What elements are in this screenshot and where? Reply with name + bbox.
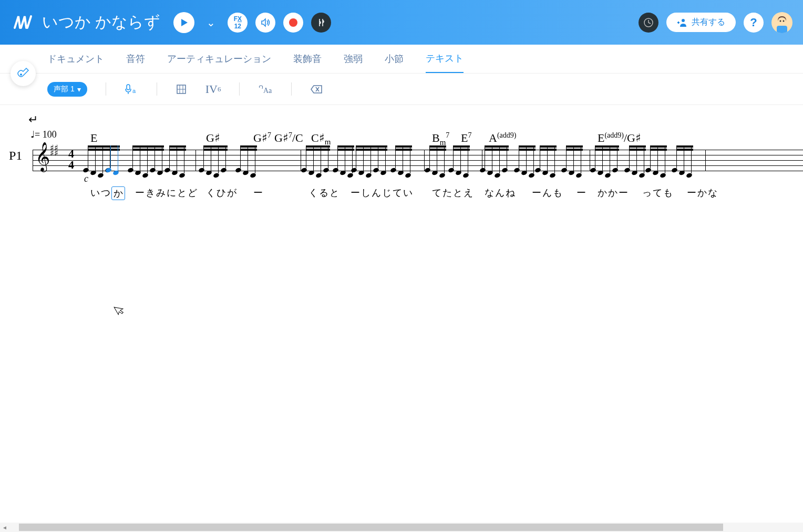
- lyric-syllable[interactable]: み: [156, 186, 166, 199]
- barline[interactable]: [33, 150, 33, 171]
- play-button[interactable]: [173, 12, 194, 33]
- lyric-syllable[interactable]: い: [90, 186, 100, 199]
- lyric-syllable[interactable]: か: [697, 186, 707, 199]
- lyric-syllable[interactable]: っ: [642, 186, 652, 199]
- lyric-syllable[interactable]: も: [663, 186, 673, 199]
- lyric-syllable[interactable]: ど: [188, 186, 197, 199]
- lyric-syllable[interactable]: ん: [372, 186, 381, 199]
- lyric-syllable[interactable]: と: [177, 186, 187, 199]
- lyric-syllable[interactable]: も: [553, 186, 562, 199]
- dynamic-marking[interactable]: c: [84, 173, 88, 184]
- lyric-syllable[interactable]: し: [361, 186, 370, 199]
- barline[interactable]: [590, 150, 590, 171]
- separator: [157, 82, 157, 96]
- record-button[interactable]: [283, 13, 303, 33]
- lyric-syllable[interactable]: が: [227, 186, 236, 199]
- lyric-syllable[interactable]: か: [608, 186, 617, 199]
- lyric-syllable[interactable]: か: [598, 186, 607, 199]
- tab-dynamics[interactable]: 強弱: [344, 45, 363, 72]
- lyric-syllable[interactable]: ー: [253, 186, 263, 199]
- audio-button[interactable]: [255, 13, 275, 33]
- scroll-thumb[interactable]: [19, 524, 723, 531]
- horizontal-scrollbar[interactable]: ◄: [0, 523, 803, 532]
- roman-numeral-tool[interactable]: IV6: [205, 82, 221, 96]
- part-label[interactable]: P1: [9, 149, 22, 163]
- lyric-syllable[interactable]: と: [453, 186, 462, 199]
- lyric-syllable[interactable]: た: [442, 186, 452, 199]
- barline[interactable]: [705, 150, 706, 171]
- lyric-syllable[interactable]: く: [206, 186, 215, 199]
- tab-document[interactable]: ドキュメント: [47, 45, 104, 72]
- score-canvas[interactable]: ↵ ♩= 100 P1 𝄞 ♯♯♯♯ 4 4 c EG♯G♯7G♯7/CC♯mB…: [0, 105, 803, 494]
- tempo-marking[interactable]: ♩= 100: [30, 129, 57, 140]
- tab-measure[interactable]: 小節: [385, 45, 404, 72]
- lyric-syllable[interactable]: ー: [687, 186, 696, 199]
- fx-button[interactable]: FX12: [228, 13, 248, 33]
- history-button[interactable]: [639, 13, 658, 33]
- chord-tool[interactable]: [176, 84, 187, 95]
- app-logo[interactable]: [11, 11, 34, 34]
- lyrics-tool[interactable]: a: [125, 84, 138, 95]
- lyric-syllable[interactable]: ー: [351, 186, 360, 199]
- svg-rect-8: [127, 85, 130, 90]
- svg-point-4: [780, 20, 781, 22]
- lyric-syllable[interactable]: く: [308, 186, 318, 199]
- chord-symbol[interactable]: Bm7: [432, 131, 449, 147]
- barline[interactable]: [424, 150, 425, 171]
- delete-tool[interactable]: [310, 84, 323, 95]
- user-avatar[interactable]: [771, 12, 792, 33]
- tuner-icon: [316, 17, 326, 28]
- lyric-syllable[interactable]: に: [167, 186, 176, 199]
- chord-symbol[interactable]: A(add9): [489, 131, 516, 145]
- play-dropdown[interactable]: ⌄: [207, 16, 215, 29]
- lyric-syllable[interactable]: ー: [532, 186, 541, 199]
- lyric-syllable[interactable]: な: [485, 186, 494, 199]
- lyric-syllable[interactable]: つ: [101, 186, 110, 199]
- lyric-syllable[interactable]: ね: [506, 186, 515, 199]
- instrument-button[interactable]: [11, 61, 36, 86]
- chord-symbol[interactable]: E: [90, 131, 97, 145]
- lyric-syllable[interactable]: て: [653, 186, 662, 199]
- svg-text:a: a: [132, 88, 136, 94]
- tab-note[interactable]: 音符: [126, 45, 145, 72]
- chord-symbol[interactable]: G♯7/C: [274, 131, 303, 145]
- tab-text[interactable]: テキスト: [426, 45, 464, 73]
- help-icon: ?: [750, 16, 757, 29]
- tab-articulation[interactable]: アーティキュレーション: [167, 45, 271, 72]
- lyric-syllable[interactable]: な: [708, 186, 717, 199]
- lyric-syllable[interactable]: て: [432, 186, 441, 199]
- lyric-syllable[interactable]: ー: [135, 186, 145, 199]
- chord-symbol[interactable]: E(add9)/G♯: [598, 131, 641, 145]
- lyric-syllable[interactable]: ん: [495, 186, 505, 199]
- text-style-tool[interactable]: Aa: [258, 84, 273, 95]
- lyric-syllable[interactable]: る: [319, 186, 328, 199]
- lyric-syllable[interactable]: じ: [382, 186, 392, 199]
- chord-symbol[interactable]: E7: [461, 131, 471, 145]
- scroll-left-arrow[interactable]: ◄: [0, 523, 9, 532]
- document-title[interactable]: いつか かならず: [42, 12, 160, 33]
- help-button[interactable]: ?: [744, 13, 764, 33]
- svg-point-5: [783, 20, 785, 22]
- lyric-syllable[interactable]: い: [403, 186, 413, 199]
- lyric-syllable[interactable]: と: [330, 186, 339, 199]
- lyric-syllable[interactable]: ひ: [217, 186, 226, 199]
- lyric-syllable[interactable]: ー: [576, 186, 586, 199]
- lyric-syllable[interactable]: え: [464, 186, 473, 199]
- chord-symbol[interactable]: G♯: [206, 131, 220, 145]
- barline[interactable]: [301, 150, 301, 171]
- add-person-icon: [677, 17, 687, 28]
- lyric-syllable[interactable]: て: [393, 186, 402, 199]
- share-button[interactable]: 共有する: [666, 13, 736, 32]
- lyric-syllable[interactable]: か: [111, 186, 125, 200]
- voice-selector[interactable]: 声部 1 ▾: [47, 82, 87, 97]
- record-icon: [289, 18, 297, 27]
- lyric-syllable[interactable]: き: [146, 186, 155, 199]
- tuner-button[interactable]: [311, 13, 331, 33]
- lyric-syllable[interactable]: ん: [542, 186, 552, 199]
- separator: [106, 82, 106, 96]
- chord-symbol[interactable]: C♯m: [311, 131, 331, 147]
- chord-symbol[interactable]: G♯7: [253, 131, 271, 145]
- tab-ornament[interactable]: 装飾音: [293, 45, 322, 72]
- barline[interactable]: [195, 150, 196, 171]
- lyric-syllable[interactable]: ー: [619, 186, 628, 199]
